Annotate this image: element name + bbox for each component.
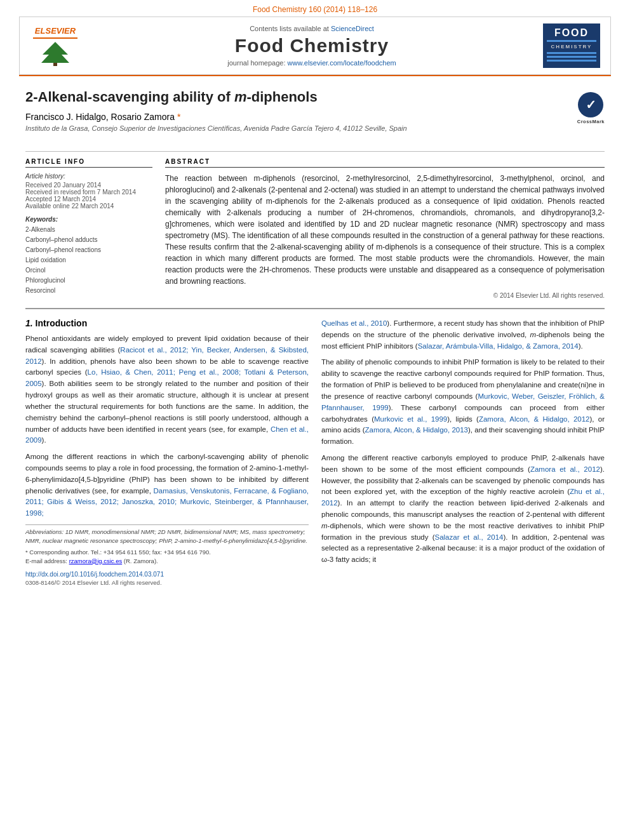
intro-number: 1. xyxy=(25,318,33,328)
ref-zamora2013[interactable]: Zamora, Alcon, & Hidalgo, 2013 xyxy=(365,426,468,434)
keyword-7: Resorcinol xyxy=(25,286,152,296)
body-right-paragraph-2: The ability of phenolic compounds to inh… xyxy=(321,357,605,448)
body-paragraph-1: Phenol antioxidants are widely employed … xyxy=(25,333,309,446)
article-title-prefix: 2-Alkenal-scavenging ability of xyxy=(25,89,234,105)
body-left-col: 1. Introduction Phenol antioxidants are … xyxy=(25,318,309,586)
body-paragraph-2: Among the different reactions in which t… xyxy=(25,451,309,519)
keywords-section: Keywords: 2-Alkenals Carbonyl–phenol add… xyxy=(25,216,152,296)
abstract-col: ABSTRACT The reaction between m-diphenol… xyxy=(165,158,605,299)
keyword-2: Carbonyl–phenol adducts xyxy=(25,235,152,245)
accepted-date: Accepted 12 March 2014 xyxy=(25,196,152,203)
journal-header: ELSEVIER Contents lists available at Sci… xyxy=(19,17,611,75)
intro-heading: 1. Introduction xyxy=(25,318,309,328)
abstract-text: The reaction between m-diphenols (resorc… xyxy=(165,173,605,287)
ref-salazar2014[interactable]: Salazar et al., 2014 xyxy=(434,533,503,541)
article-header: ✓ CrossMark 2-Alkenal-scavenging ability… xyxy=(0,76,630,145)
ref-quelhas[interactable]: Quelhas et al., 2010 xyxy=(321,319,387,327)
journal-citation: Food Chemistry 160 (2014) 118–126 xyxy=(0,0,630,17)
copyright-line: © 2014 Elsevier Ltd. All rights reserved… xyxy=(165,292,605,299)
ref-lo[interactable]: Lo, Hsiao, & Chen, 2011; Peng et al., 20… xyxy=(25,368,309,387)
contents-line: Contents lists available at ScienceDirec… xyxy=(81,25,543,32)
thin-divider-1 xyxy=(25,151,605,152)
ref-racicot[interactable]: Racicot et al., 2012; Yin, Becker, Ander… xyxy=(25,346,309,365)
received-date: Received 20 January 2014 xyxy=(25,182,152,189)
history-title: Article history: xyxy=(25,173,152,180)
authors-text: Francisco J. Hidalgo, Rosario Zamora xyxy=(25,112,175,122)
corresponding-mark: * xyxy=(177,112,180,122)
revised-date: Received in revised form 7 March 2014 xyxy=(25,189,152,196)
journal-homepage: journal homepage: www.elsevier.com/locat… xyxy=(81,59,543,67)
food-chemistry-logo: FOOD CHEMISTRY xyxy=(543,23,600,68)
ref-damasius[interactable]: Damasius, Venskutonis, Ferracane, & Fogl… xyxy=(25,487,309,517)
doi-line: http://dx.doi.org/10.1016/j.foodchem.201… xyxy=(25,571,309,578)
keyword-3: Carbonyl–phenol reactions xyxy=(25,245,152,255)
article-info-col: ARTICLE INFO Article history: Received 2… xyxy=(25,158,152,299)
email-line: E-mail address: rzamora@ig.csic.es (R. Z… xyxy=(25,557,309,566)
corresponding-note: * Corresponding author. Tel.: +34 954 61… xyxy=(25,548,309,557)
ref-zamora2012[interactable]: Zamora, Alcon, & Hidalgo, 2012 xyxy=(479,415,590,423)
crossmark-label: CrossMark xyxy=(577,119,605,124)
crossmark-icon[interactable]: ✓ xyxy=(578,92,603,117)
elsevier-logo: ELSEVIER xyxy=(30,26,81,66)
svg-marker-1 xyxy=(41,42,69,63)
info-abstract-section: ARTICLE INFO Article history: Received 2… xyxy=(25,158,605,299)
article-title-suffix: -diphenols xyxy=(246,89,317,105)
elsevier-tree-icon xyxy=(36,41,74,66)
keyword-6: Phloroglucinol xyxy=(25,276,152,286)
footnote-abbr: Abbreviations: 1D NMR, monodimensional N… xyxy=(25,528,309,546)
article-title: 2-Alkenal-scavenging ability of m-diphen… xyxy=(25,89,605,105)
logo-bottom-pattern xyxy=(547,52,596,63)
body-right-col: Quelhas et al., 2010). Furthermore, a re… xyxy=(321,318,605,586)
authors-line: Francisco J. Hidalgo, Rosario Zamora * xyxy=(25,112,605,122)
keyword-1: 2-Alkenals xyxy=(25,225,152,235)
footnote-area: Abbreviations: 1D NMR, monodimensional N… xyxy=(25,524,309,566)
crossmark-container: ✓ CrossMark xyxy=(577,92,605,124)
email-label: E-mail address: xyxy=(25,557,67,564)
available-date: Available online 22 March 2014 xyxy=(25,203,152,210)
abstract-heading: ABSTRACT xyxy=(165,158,605,168)
body-right-paragraph-1: Quelhas et al., 2010). Furthermore, a re… xyxy=(321,318,605,352)
article-history: Article history: Received 20 January 201… xyxy=(25,173,152,210)
article-title-italic: m xyxy=(234,89,247,105)
elsevier-wordmark: ELSEVIER xyxy=(35,26,76,36)
food-logo-chemistry: CHEMISTRY xyxy=(551,44,593,50)
journal-title: Food Chemistry xyxy=(81,35,543,57)
journal-header-center: Contents lists available at ScienceDirec… xyxy=(81,25,543,67)
ref-chen[interactable]: Chen et al., 2009 xyxy=(25,425,309,444)
doi-link[interactable]: http://dx.doi.org/10.1016/j.foodchem.201… xyxy=(25,571,164,578)
sciencedirect-link[interactable]: ScienceDirect xyxy=(331,25,374,32)
keyword-5: Orcinol xyxy=(25,265,152,276)
ref-salazar[interactable]: Salazar, Arámbula-Villa, Hidalgo, & Zamo… xyxy=(418,342,579,350)
intro-title: Introduction xyxy=(36,318,88,328)
journal-ref-text: Food Chemistry 160 (2014) 118–126 xyxy=(253,5,377,14)
elsevier-divider xyxy=(33,37,77,39)
ref-zhu[interactable]: Zhu et al., 2012 xyxy=(321,488,605,507)
ref-zamora2012b[interactable]: Zamora et al., 2012 xyxy=(530,465,600,473)
affiliation: Instituto de la Grasa, Consejo Superior … xyxy=(25,124,605,132)
ref-murkovic1999[interactable]: Murkovic, Weber, Geiszler, Fröhlich, & P… xyxy=(321,392,605,411)
email-note: (R. Zamora). xyxy=(124,557,158,564)
ref-murkovic1999b[interactable]: Murkovic et al., 1999 xyxy=(374,415,447,423)
journal-url[interactable]: www.elsevier.com/locate/foodchem xyxy=(288,59,396,67)
body-right-paragraph-3: Among the different reactive carbonyls e… xyxy=(321,453,605,566)
keywords-list: 2-Alkenals Carbonyl–phenol adducts Carbo… xyxy=(25,225,152,296)
logo-strip xyxy=(547,40,596,42)
corresponding-note-text: * Corresponding author. Tel.: +34 954 61… xyxy=(25,549,211,556)
article-info-heading: ARTICLE INFO xyxy=(25,158,152,168)
keywords-title: Keywords: xyxy=(25,216,152,223)
food-logo-food: FOOD xyxy=(554,28,589,38)
body-section: 1. Introduction Phenol antioxidants are … xyxy=(0,309,630,586)
email-link[interactable]: rzamora@ig.csic.es xyxy=(69,557,123,564)
issn-line: 0308-8146/© 2014 Elsevier Ltd. All right… xyxy=(25,579,309,586)
keyword-4: Lipid oxidation xyxy=(25,255,152,265)
